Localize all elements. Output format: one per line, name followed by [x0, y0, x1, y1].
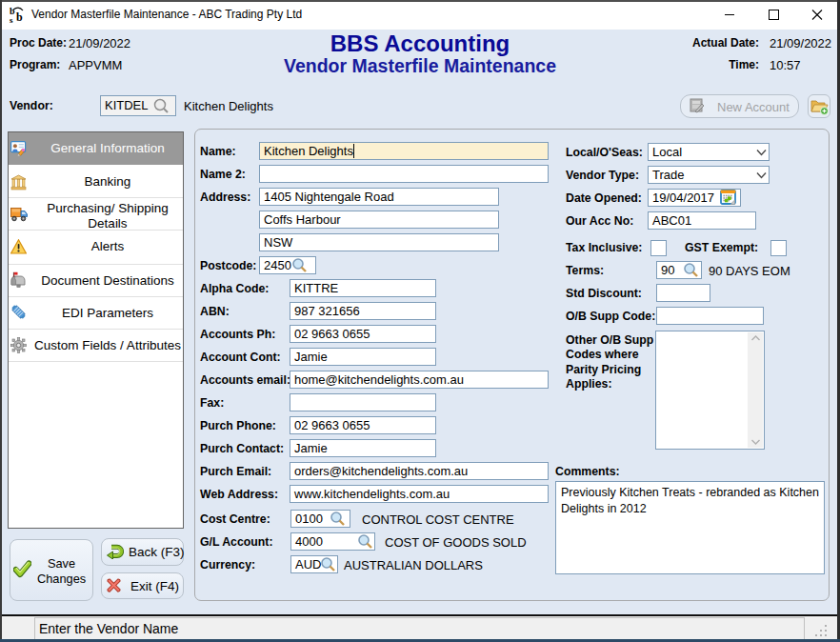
svg-text:b: b	[16, 10, 23, 24]
svg-text:s: s	[10, 15, 13, 24]
